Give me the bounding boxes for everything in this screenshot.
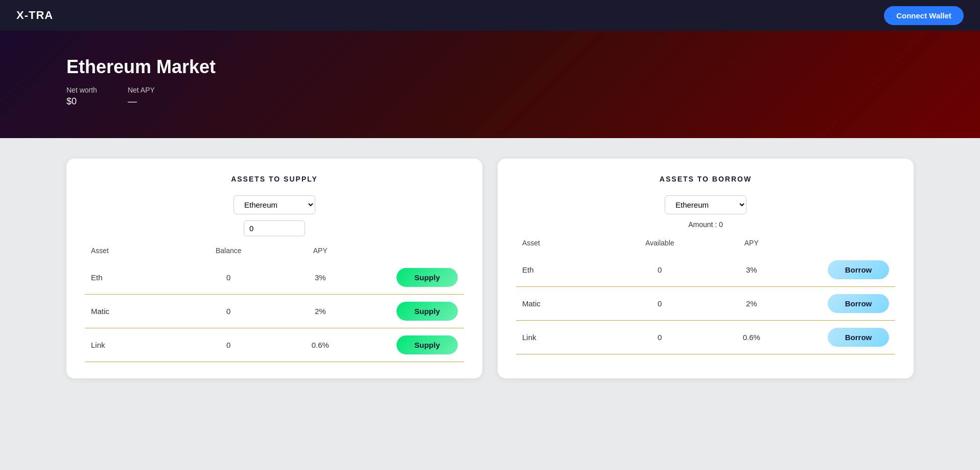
borrow-action-matic: Borrow bbox=[798, 294, 890, 313]
supply-button-eth[interactable]: Supply bbox=[396, 268, 458, 287]
borrow-button-matic[interactable]: Borrow bbox=[828, 294, 889, 313]
supply-apy-matic: 2% bbox=[274, 307, 366, 316]
borrow-apy-matic: 2% bbox=[706, 299, 798, 308]
net-worth-value: $0 bbox=[66, 96, 97, 107]
logo: X-TRA bbox=[16, 9, 53, 22]
supply-amount-input-row bbox=[85, 220, 464, 236]
borrow-card-title: ASSETS TO BORROW bbox=[516, 175, 895, 183]
borrow-network-dropdown[interactable]: Ethereum bbox=[665, 195, 746, 214]
supply-card-title: ASSETS TO SUPPLY bbox=[85, 175, 464, 183]
supply-apy-eth: 3% bbox=[274, 273, 366, 282]
supply-balance-link: 0 bbox=[183, 341, 275, 349]
hero-stats: Net worth $0 Net APY — bbox=[66, 86, 914, 107]
table-row: Eth 0 3% Borrow bbox=[516, 253, 895, 287]
supply-asset-matic: Matic bbox=[91, 307, 183, 316]
borrow-asset-link: Link bbox=[522, 333, 614, 342]
borrow-available-eth: 0 bbox=[614, 265, 706, 274]
borrow-col-action bbox=[798, 239, 890, 247]
supply-col-asset: Asset bbox=[91, 247, 183, 255]
supply-action-eth: Supply bbox=[366, 268, 458, 287]
borrow-apy-eth: 3% bbox=[706, 265, 798, 274]
supply-table-header: Asset Balance APY bbox=[85, 247, 464, 255]
supply-button-matic[interactable]: Supply bbox=[396, 302, 458, 321]
table-row: Link 0 0.6% Supply bbox=[85, 328, 464, 362]
borrow-apy-link: 0.6% bbox=[706, 333, 798, 342]
table-row: Matic 0 2% Supply bbox=[85, 295, 464, 328]
borrow-amount-label: Amount : 0 bbox=[516, 220, 895, 229]
net-worth-stat: Net worth $0 bbox=[66, 86, 97, 107]
borrow-action-link: Borrow bbox=[798, 328, 890, 347]
net-apy-label: Net APY bbox=[128, 86, 155, 94]
hero-banner: Ethereum Market Net worth $0 Net APY — bbox=[0, 31, 980, 138]
supply-action-link: Supply bbox=[366, 335, 458, 354]
borrow-asset-matic: Matic bbox=[522, 299, 614, 308]
supply-button-link[interactable]: Supply bbox=[396, 335, 458, 354]
page-title: Ethereum Market bbox=[66, 56, 914, 78]
supply-apy-link: 0.6% bbox=[274, 341, 366, 349]
supply-asset-link: Link bbox=[91, 341, 183, 349]
net-apy-stat: Net APY — bbox=[128, 86, 155, 107]
table-row: Matic 0 2% Borrow bbox=[516, 287, 895, 321]
supply-card: ASSETS TO SUPPLY Ethereum Asset Balance … bbox=[66, 159, 482, 378]
borrow-asset-eth: Eth bbox=[522, 265, 614, 274]
main-content: ASSETS TO SUPPLY Ethereum Asset Balance … bbox=[0, 138, 980, 399]
supply-balance-matic: 0 bbox=[183, 307, 275, 316]
supply-col-apy: APY bbox=[274, 247, 366, 255]
borrow-card: ASSETS TO BORROW Ethereum Amount : 0 Ass… bbox=[498, 159, 914, 378]
supply-balance-eth: 0 bbox=[183, 273, 275, 282]
supply-network-dropdown[interactable]: Ethereum bbox=[234, 195, 315, 214]
borrow-available-matic: 0 bbox=[614, 299, 706, 308]
net-worth-label: Net worth bbox=[66, 86, 97, 94]
borrow-col-available: Available bbox=[614, 239, 706, 247]
table-row: Eth 0 3% Supply bbox=[85, 261, 464, 295]
borrow-button-link[interactable]: Borrow bbox=[828, 328, 889, 347]
supply-dropdown-row: Ethereum bbox=[85, 195, 464, 214]
header: X-TRA Connect Wallet bbox=[0, 0, 980, 31]
borrow-table-header: Asset Available APY bbox=[516, 239, 895, 247]
borrow-col-apy: APY bbox=[706, 239, 798, 247]
borrow-button-eth[interactable]: Borrow bbox=[828, 260, 889, 279]
supply-amount-input[interactable] bbox=[244, 220, 305, 236]
borrow-available-link: 0 bbox=[614, 333, 706, 342]
connect-wallet-button[interactable]: Connect Wallet bbox=[884, 6, 964, 25]
supply-asset-eth: Eth bbox=[91, 273, 183, 282]
net-apy-value: — bbox=[128, 96, 155, 107]
supply-action-matic: Supply bbox=[366, 302, 458, 321]
borrow-action-eth: Borrow bbox=[798, 260, 890, 279]
supply-col-action bbox=[366, 247, 458, 255]
borrow-col-asset: Asset bbox=[522, 239, 614, 247]
supply-col-balance: Balance bbox=[183, 247, 275, 255]
table-row: Link 0 0.6% Borrow bbox=[516, 321, 895, 354]
borrow-dropdown-row: Ethereum bbox=[516, 195, 895, 214]
